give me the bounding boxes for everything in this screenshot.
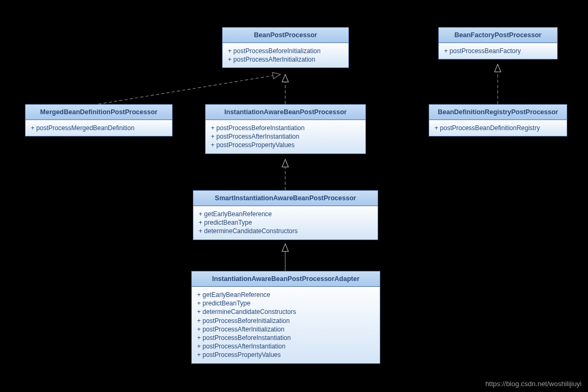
class-smart-instantiation-aware-bean-post-processor: SmartInstantiationAwareBeanPostProcessor… — [193, 190, 378, 240]
method-item: + postProcessAfterInitialization — [197, 325, 374, 334]
method-item: + postProcessAfterInstantiation — [197, 342, 374, 351]
method-item: + postProcessBeforeInstantiation — [197, 334, 374, 342]
method-item: + postProcessBeforeInstantiation — [211, 124, 360, 132]
method-item: + postProcessBeforeInitialization — [228, 47, 343, 55]
class-title: SmartInstantiationAwareBeanPostProcessor — [193, 191, 378, 206]
class-title: BeanDefinitionRegistryPostProcessor — [429, 105, 567, 120]
class-title: InstantiationAwareBeanPostProcessorAdapt… — [192, 271, 380, 287]
class-bean-post-processor: BeanPostProcessor + postProcessBeforeIni… — [222, 27, 349, 68]
method-item: + postProcessBeanFactory — [444, 47, 552, 55]
class-merged-bean-definition-post-processor: MergedBeanDefinitionPostProcessor + post… — [25, 104, 173, 137]
class-title: BeanFactoryPostProcessor — [439, 28, 557, 43]
method-item: + postProcessPropertyValues — [197, 351, 374, 359]
class-instantiation-aware-bean-post-processor-adapter: InstantiationAwareBeanPostProcessorAdapt… — [191, 271, 380, 364]
method-item: + predictBeanType — [199, 218, 372, 227]
watermark-text: https://blog.csdn.net/woshilijiuyi — [485, 380, 582, 388]
method-item: + postProcessBeforeInitialization — [197, 317, 374, 325]
class-methods: + getEarlyBeanReference+ predictBeanType… — [192, 287, 380, 363]
method-item: + predictBeanType — [197, 299, 374, 308]
class-methods: + postProcessBeforeInitialization+ postP… — [223, 43, 348, 67]
method-item: + getEarlyBeanReference — [199, 210, 372, 218]
class-methods: + postProcessBeanDefinitionRegistry — [429, 120, 567, 136]
class-bean-factory-post-processor: BeanFactoryPostProcessor + postProcessBe… — [438, 27, 558, 59]
class-methods: + postProcessBeforeInstantiation+ postPr… — [206, 120, 365, 154]
class-bean-definition-registry-post-processor: BeanDefinitionRegistryPostProcessor + po… — [429, 104, 567, 137]
method-item: + postProcessAfterInitialization — [228, 55, 343, 64]
class-instantiation-aware-bean-post-processor: InstantiationAwareBeanPostProcessor + po… — [205, 104, 366, 154]
class-title: BeanPostProcessor — [223, 28, 348, 43]
method-item: + getEarlyBeanReference — [197, 291, 374, 299]
method-item: + postProcessMergedBeanDefinition — [31, 124, 167, 132]
method-item: + postProcessAfterInstantiation — [211, 132, 360, 141]
class-methods: + postProcessMergedBeanDefinition — [25, 120, 172, 136]
method-item: + postProcessBeanDefinitionRegistry — [434, 124, 561, 132]
class-methods: + postProcessBeanFactory — [439, 43, 557, 59]
class-title: InstantiationAwareBeanPostProcessor — [206, 105, 365, 120]
method-item: + determineCandidateConstructors — [197, 308, 374, 316]
svg-line-0 — [98, 74, 280, 104]
class-methods: + getEarlyBeanReference+ predictBeanType… — [193, 206, 378, 240]
method-item: + postProcessPropertyValues — [211, 141, 360, 149]
method-item: + determineCandidateConstructors — [199, 227, 372, 235]
class-title: MergedBeanDefinitionPostProcessor — [25, 105, 172, 120]
